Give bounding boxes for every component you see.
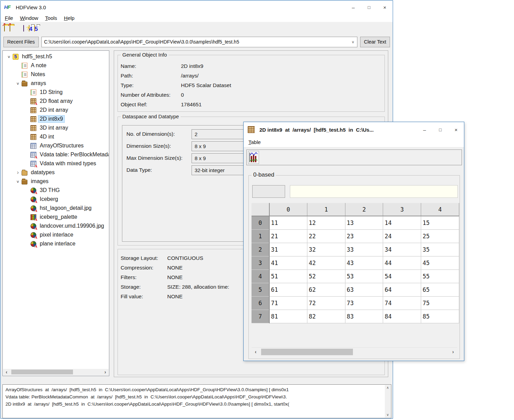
table-cell[interactable]: 84 bbox=[383, 310, 421, 323]
menu-file[interactable]: File bbox=[1, 15, 16, 21]
table-cell[interactable]: 32 bbox=[307, 243, 345, 256]
log-vertical-scrollbar[interactable]: ∧ ∨ bbox=[385, 385, 391, 418]
table-cell[interactable]: 73 bbox=[345, 296, 383, 310]
menu-help[interactable]: Help bbox=[61, 15, 78, 21]
table-cell[interactable]: 42 bbox=[307, 256, 345, 269]
table-cell[interactable]: 41 bbox=[269, 256, 307, 269]
table-cell[interactable]: 63 bbox=[345, 283, 383, 296]
table-cell[interactable]: 33 bbox=[345, 243, 383, 256]
close-button[interactable]: × bbox=[377, 1, 393, 14]
maximize-button[interactable]: □ bbox=[361, 1, 377, 14]
table-maximize-button[interactable]: □ bbox=[432, 123, 448, 136]
table-cell[interactable]: 51 bbox=[269, 269, 307, 283]
chevron-expanded-icon[interactable] bbox=[14, 81, 22, 86]
table-cell[interactable]: 44 bbox=[383, 256, 421, 269]
tree-item-pixel-interlace[interactable]: pixel interlace bbox=[3, 230, 109, 239]
column-header-2[interactable]: 2 bbox=[345, 203, 383, 216]
table-cell[interactable]: 52 bbox=[307, 269, 345, 283]
table-cell[interactable]: 64 bbox=[383, 283, 421, 296]
open-file-button[interactable] bbox=[4, 25, 5, 32]
menu-tools[interactable]: Tools bbox=[42, 15, 61, 21]
tree-item-vdata-table-perblockmetadatacommon[interactable]: Vdata table: PerBlockMetadataCommon bbox=[3, 150, 109, 159]
table-cell[interactable]: 15 bbox=[421, 216, 459, 229]
table-corner-cell[interactable] bbox=[252, 203, 269, 216]
tree-item-3d-int-array[interactable]: 3D int array bbox=[3, 123, 109, 132]
tree-item-arrays[interactable]: arrays bbox=[3, 79, 109, 88]
chevron-down-icon[interactable]: ∨ bbox=[352, 40, 357, 44]
menu-table[interactable]: Table bbox=[245, 139, 264, 145]
table-cell[interactable]: 83 bbox=[345, 310, 383, 323]
file-path-combobox[interactable]: C:\Users\lori.cooper\AppData\Local\Apps\… bbox=[41, 37, 357, 47]
table-cell[interactable]: 13 bbox=[345, 216, 383, 229]
line-plot-button[interactable] bbox=[248, 151, 259, 164]
cell-value-field[interactable] bbox=[290, 185, 458, 198]
table-cell[interactable]: 74 bbox=[383, 296, 421, 310]
chevron-expanded-icon[interactable] bbox=[14, 179, 22, 184]
table-close-button[interactable]: × bbox=[448, 123, 464, 136]
tree-item-4d-int[interactable]: 4D int bbox=[3, 132, 109, 141]
row-header-5[interactable]: 5 bbox=[252, 283, 269, 296]
scroll-right-icon[interactable]: › bbox=[102, 369, 109, 375]
table-cell[interactable]: 72 bbox=[307, 296, 345, 310]
tree-item-hst-lagoon-detail-jpg[interactable]: hst_lagoon_detail.jpg bbox=[3, 204, 109, 213]
table-cell[interactable]: 34 bbox=[383, 243, 421, 256]
table-cell[interactable]: 53 bbox=[345, 269, 383, 283]
table-cell[interactable]: 81 bbox=[269, 310, 307, 323]
table-cell[interactable]: 24 bbox=[383, 229, 421, 243]
tree-item-1d-string[interactable]: 1D String bbox=[3, 88, 109, 97]
table-minimize-button[interactable]: – bbox=[417, 123, 432, 136]
table-cell[interactable]: 54 bbox=[383, 269, 421, 283]
tree-item-landcover-umd-199906-jpg[interactable]: landcover.umd.199906.jpg bbox=[3, 221, 109, 230]
table-cell[interactable]: 85 bbox=[421, 310, 459, 323]
minimize-button[interactable]: – bbox=[345, 1, 361, 14]
tree-item-3d-thg[interactable]: 3D THG bbox=[3, 186, 109, 195]
row-header-0[interactable]: 0 bbox=[252, 216, 269, 229]
row-header-6[interactable]: 6 bbox=[252, 296, 269, 310]
table-cell[interactable]: 23 bbox=[345, 229, 383, 243]
tree-item-vdata-with-mixed-types[interactable]: Vdata with mixed types bbox=[3, 159, 109, 168]
chevron-collapsed-icon[interactable] bbox=[14, 169, 22, 176]
tree-item-iceberg-palette[interactable]: iceberg_palette bbox=[3, 213, 109, 221]
column-header-3[interactable]: 3 bbox=[383, 203, 421, 216]
table-cell[interactable]: 62 bbox=[307, 283, 345, 296]
table-cell[interactable]: 43 bbox=[345, 256, 383, 269]
hdf5-library-button[interactable] bbox=[34, 25, 35, 32]
tree-item-a-note[interactable]: A note bbox=[3, 61, 109, 70]
tree-item-hdf5-test-h5[interactable]: hdf5_test.h5 bbox=[3, 52, 109, 61]
table-cell[interactable]: 31 bbox=[269, 243, 307, 256]
scroll-left-icon[interactable]: ‹ bbox=[252, 349, 259, 355]
column-header-1[interactable]: 1 bbox=[307, 203, 345, 216]
table-horizontal-scrollbar[interactable]: ‹ › bbox=[252, 347, 457, 356]
close-file-button[interactable] bbox=[10, 25, 10, 32]
tree-scrollbar-thumb[interactable] bbox=[11, 370, 73, 374]
cell-reference-field[interactable] bbox=[252, 185, 285, 198]
tree-item-2d-int-array[interactable]: 2D int array bbox=[3, 106, 109, 115]
table-cell[interactable]: 65 bbox=[421, 283, 459, 296]
scroll-up-icon[interactable]: ∧ bbox=[385, 385, 391, 391]
table-cell[interactable]: 14 bbox=[383, 216, 421, 229]
tree-item-arrayofstructures[interactable]: ArrayOfStructures bbox=[3, 141, 109, 150]
scroll-down-icon[interactable]: ∨ bbox=[385, 412, 391, 418]
menu-window[interactable]: Window bbox=[16, 15, 41, 21]
scroll-right-icon[interactable]: › bbox=[450, 349, 456, 355]
table-cell[interactable]: 82 bbox=[307, 310, 345, 323]
tree-item-images[interactable]: images bbox=[3, 177, 109, 186]
row-header-4[interactable]: 4 bbox=[252, 269, 269, 283]
table-cell[interactable]: 61 bbox=[269, 283, 307, 296]
table-cell[interactable]: 75 bbox=[421, 296, 459, 310]
table-cell[interactable]: 22 bbox=[307, 229, 345, 243]
recent-files-button[interactable]: Recent Files bbox=[3, 37, 39, 47]
column-header-4[interactable]: 4 bbox=[421, 203, 459, 216]
tree-item-2d-int8x9[interactable]: 2D int8x9 bbox=[3, 115, 109, 123]
table-cell[interactable]: 45 bbox=[421, 256, 459, 269]
column-header-0[interactable]: 0 bbox=[269, 203, 307, 216]
row-header-7[interactable]: 7 bbox=[252, 310, 269, 323]
table-scrollbar-thumb[interactable] bbox=[261, 349, 353, 355]
chevron-expanded-icon[interactable] bbox=[5, 54, 13, 59]
tree-item-datatypes[interactable]: datatypes bbox=[3, 168, 109, 177]
tree-item-2d-float-array[interactable]: 2D float array bbox=[3, 97, 109, 106]
tree-item-iceberg[interactable]: Iceberg bbox=[3, 195, 109, 204]
table-cell[interactable]: 55 bbox=[421, 269, 459, 283]
clear-text-button[interactable]: Clear Text bbox=[360, 37, 390, 47]
row-header-3[interactable]: 3 bbox=[252, 256, 269, 269]
